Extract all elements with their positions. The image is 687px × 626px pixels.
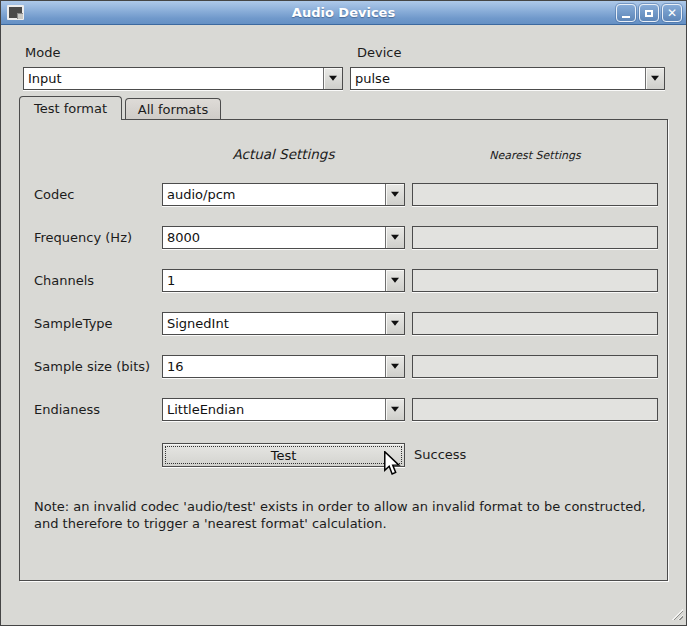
device-value: pulse	[351, 68, 645, 89]
actual-settings-header: Actual Settings	[162, 146, 405, 162]
test-format-pane: Actual Settings Nearest Settings Codec a…	[19, 119, 668, 581]
device-label: Device	[357, 45, 401, 60]
channels-dropdown-arrow-icon[interactable]	[385, 270, 404, 291]
mode-value: Input	[24, 68, 323, 89]
mode-dropdown-arrow-icon[interactable]	[323, 68, 342, 89]
sampletype-value: SignedInt	[163, 313, 385, 334]
mode-combobox[interactable]: Input	[23, 67, 343, 90]
codec-label: Codec	[34, 187, 74, 202]
frequency-label: Frequency (Hz)	[34, 230, 132, 245]
channels-nearest-field	[412, 269, 658, 292]
codec-combobox[interactable]: audio/pcm	[162, 183, 405, 206]
codec-nearest-field	[412, 183, 658, 206]
samplesize-nearest-field	[412, 355, 658, 378]
tab-test-format[interactable]: Test format	[19, 96, 122, 120]
frequency-nearest-field	[412, 226, 658, 249]
test-button[interactable]: Test	[162, 443, 405, 467]
endianess-nearest-field	[412, 398, 658, 421]
window-title: Audio Devices	[1, 5, 686, 20]
samplesize-combobox[interactable]: 16	[162, 355, 405, 378]
sampletype-label: SampleType	[34, 316, 113, 331]
test-status-text: Success	[414, 447, 466, 462]
codec-value: audio/pcm	[163, 184, 385, 205]
mouse-cursor-icon	[383, 451, 402, 480]
samplesize-value: 16	[163, 356, 385, 377]
maximize-icon	[645, 10, 653, 17]
nearest-settings-header: Nearest Settings	[412, 149, 658, 162]
frequency-dropdown-arrow-icon[interactable]	[385, 227, 404, 248]
close-button[interactable]: ✕	[662, 4, 682, 22]
endianess-label: Endianess	[34, 402, 100, 417]
frequency-combobox[interactable]: 8000	[162, 226, 405, 249]
tab-all-formats[interactable]: All formats	[125, 98, 221, 120]
channels-value: 1	[163, 270, 385, 291]
audio-devices-window: Audio Devices ✕ Mode Device Input pulse …	[0, 0, 687, 626]
close-icon: ✕	[667, 7, 677, 19]
sampletype-combobox[interactable]: SignedInt	[162, 312, 405, 335]
resize-grip[interactable]	[669, 606, 683, 620]
channels-label: Channels	[34, 273, 94, 288]
channels-combobox[interactable]: 1	[162, 269, 405, 292]
window-icon[interactable]	[7, 5, 24, 20]
samplesize-dropdown-arrow-icon[interactable]	[385, 356, 404, 377]
endianess-value: LittleEndian	[163, 399, 385, 420]
mode-label: Mode	[25, 45, 60, 60]
minimize-button[interactable]	[616, 4, 636, 22]
minimize-icon	[622, 16, 630, 18]
frequency-value: 8000	[163, 227, 385, 248]
sampletype-nearest-field	[412, 312, 658, 335]
samplesize-label: Sample size (bits)	[34, 359, 150, 374]
device-combobox[interactable]: pulse	[350, 67, 665, 90]
window-controls: ✕	[616, 4, 682, 22]
endianess-dropdown-arrow-icon[interactable]	[385, 399, 404, 420]
sampletype-dropdown-arrow-icon[interactable]	[385, 313, 404, 334]
device-dropdown-arrow-icon[interactable]	[645, 68, 664, 89]
note-text: Note: an invalid codec 'audio/test' exis…	[34, 498, 659, 532]
titlebar[interactable]: Audio Devices ✕	[1, 1, 686, 25]
maximize-button[interactable]	[639, 4, 659, 22]
codec-dropdown-arrow-icon[interactable]	[385, 184, 404, 205]
endianess-combobox[interactable]: LittleEndian	[162, 398, 405, 421]
